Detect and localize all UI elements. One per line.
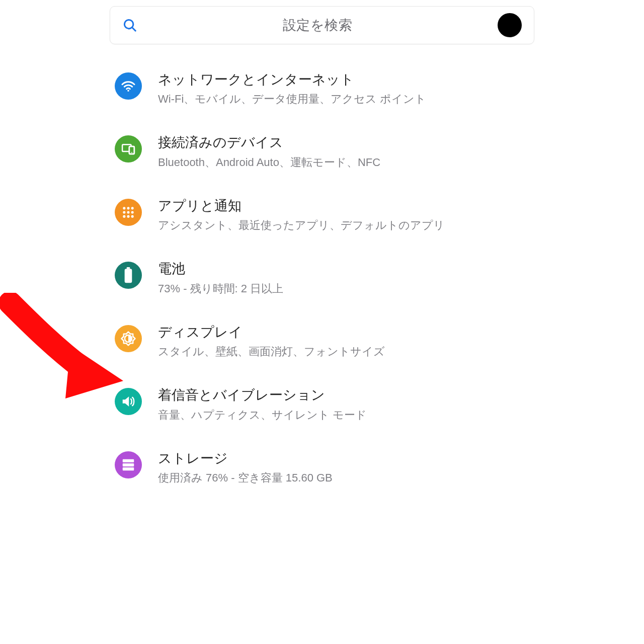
- svg-rect-16: [127, 267, 130, 269]
- search-placeholder: 設定を検索: [137, 16, 498, 34]
- settings-item-display[interactable]: ディスプレイ スタイル、壁紙、画面消灯、フォントサイズ: [115, 310, 529, 373]
- svg-point-9: [131, 207, 134, 209]
- svg-line-1: [132, 28, 136, 31]
- svg-rect-4: [129, 146, 134, 154]
- avatar[interactable]: [498, 13, 522, 37]
- settings-item-subtitle: 73% - 残り時間: 2 日以上: [158, 280, 529, 297]
- settings-item-title: 接続済みのデバイス: [158, 133, 529, 151]
- settings-item-sound[interactable]: 着信音とバイブレーション 音量、ハプティクス、サイレント モード: [115, 373, 529, 436]
- svg-point-10: [123, 211, 125, 213]
- settings-item-battery[interactable]: 電池 73% - 残り時間: 2 日以上: [115, 247, 529, 309]
- wifi-icon: [115, 72, 142, 100]
- settings-item-subtitle: Wi-Fi、モバイル、データ使用量、アクセス ポイント: [158, 91, 529, 107]
- settings-list: ネットワークとインターネット Wi-Fi、モバイル、データ使用量、アクセス ポイ…: [0, 57, 644, 499]
- svg-point-8: [127, 207, 129, 209]
- svg-point-24: [124, 468, 125, 470]
- settings-item-subtitle: 使用済み 76% - 空き容量 15.60 GB: [158, 469, 529, 486]
- svg-point-23: [124, 464, 125, 465]
- settings-screen: 設定を検索 ネットワークとインターネット Wi-Fi、モバイル、データ使用量、ア…: [0, 0, 644, 499]
- settings-item-subtitle: スタイル、壁紙、画面消灯、フォントサイズ: [158, 343, 529, 360]
- svg-point-2: [127, 90, 129, 92]
- settings-item-network[interactable]: ネットワークとインターネット Wi-Fi、モバイル、データ使用量、アクセス ポイ…: [115, 57, 529, 120]
- storage-icon: [115, 451, 142, 478]
- devices-icon: [115, 135, 142, 163]
- svg-point-15: [131, 215, 134, 217]
- svg-point-7: [123, 207, 125, 209]
- svg-rect-17: [125, 269, 132, 283]
- settings-item-title: 電池: [158, 260, 529, 278]
- search-bar[interactable]: 設定を検索: [110, 6, 534, 44]
- settings-item-title: ディスプレイ: [158, 323, 529, 341]
- settings-item-subtitle: アシスタント、最近使ったアプリ、デフォルトのアプリ: [158, 217, 529, 233]
- svg-point-11: [127, 211, 129, 213]
- settings-item-subtitle: Bluetooth、Android Auto、運転モード、NFC: [158, 154, 529, 171]
- svg-point-14: [127, 215, 129, 217]
- settings-item-title: ストレージ: [158, 449, 529, 467]
- battery-icon: [115, 262, 142, 289]
- search-icon: [122, 18, 137, 33]
- apps-icon: [115, 199, 142, 226]
- svg-rect-6: [131, 152, 133, 153]
- settings-item-title: ネットワークとインターネット: [158, 70, 529, 89]
- svg-point-12: [131, 211, 134, 213]
- settings-item-connected-devices[interactable]: 接続済みのデバイス Bluetooth、Android Auto、運転モード、N…: [115, 120, 529, 183]
- brightness-icon: [115, 325, 142, 352]
- settings-item-storage[interactable]: ストレージ 使用済み 76% - 空き容量 15.60 GB: [115, 436, 529, 499]
- svg-point-22: [124, 460, 125, 461]
- svg-point-13: [123, 215, 125, 217]
- settings-item-subtitle: 音量、ハプティクス、サイレント モード: [158, 407, 529, 423]
- settings-item-title: アプリと通知: [158, 197, 529, 215]
- settings-item-title: 着信音とバイブレーション: [158, 386, 529, 404]
- settings-item-apps[interactable]: アプリと通知 アシスタント、最近使ったアプリ、デフォルトのアプリ: [115, 184, 529, 247]
- volume-icon: [115, 388, 142, 415]
